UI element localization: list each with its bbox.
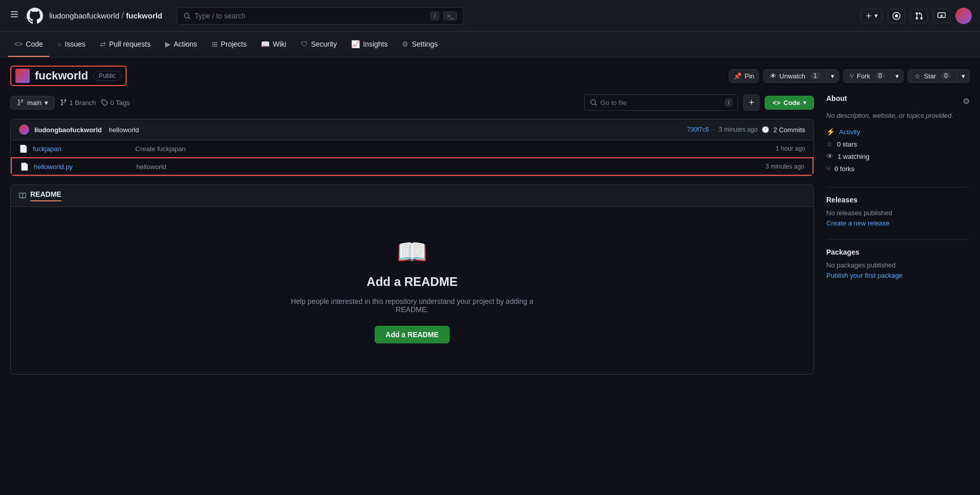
visibility-badge: Public (93, 71, 121, 81)
file-row-helloworld: 📄 helloworld.py helloworld 3 minutes ago (11, 157, 813, 176)
branch-bar: main ▾ 1 Branch 0 Tags t + <> Cod (10, 94, 814, 111)
search-input[interactable] (195, 12, 426, 20)
file-commit-msg-fuckjapan: Create fuckjapan (135, 145, 776, 153)
stars-count: 0 stars (837, 140, 857, 148)
repo-action-buttons: 📌 Pin 👁 Unwatch 1 ▾ ⑂ Fork 0 ▾ ☆ Star (729, 69, 970, 83)
commit-time: 3 minutes ago (719, 126, 757, 133)
repo-title-area: fuckworld Public (10, 66, 127, 86)
add-readme-button[interactable]: Add a README (375, 326, 449, 343)
repo-header: fuckworld Public 📌 Pin 👁 Unwatch 1 ▾ ⑂ F… (0, 57, 980, 94)
readme-book-icon-large: 📖 (397, 238, 427, 266)
forks-count: 0 forks (834, 165, 854, 173)
file-time-helloworld: 3 minutes ago (766, 163, 804, 170)
search-icon (183, 12, 191, 19)
commit-clock-icon: 🕐 (762, 126, 769, 133)
releases-title: Releases (826, 196, 970, 204)
branch-count-label[interactable]: 1 Branch (60, 99, 96, 107)
file-row-fuckjapan: 📄 fuckjapan Create fuckjapan 1 hour ago (11, 140, 813, 157)
svg-point-1 (895, 14, 898, 17)
code-button[interactable]: <> Code ▾ (765, 96, 814, 110)
commit-username[interactable]: liudongbaofuckworld (34, 126, 101, 134)
go-to-file-kbd: t (725, 98, 732, 107)
pin-button-group: 📌 Pin (729, 69, 759, 83)
repo-owner[interactable]: liudongbaofuckworld (49, 11, 119, 20)
about-settings-button[interactable]: ⚙ (963, 96, 970, 106)
main-content: main ▾ 1 Branch 0 Tags t + <> Cod (0, 94, 980, 385)
readme-header: README (11, 185, 813, 207)
tab-actions[interactable]: ▶ Actions (159, 32, 203, 57)
terminal-icon: >_ (443, 11, 457, 20)
about-title: About (826, 94, 847, 102)
tab-code[interactable]: <> Code (8, 32, 49, 57)
watch-dropdown[interactable]: ▾ (827, 70, 839, 82)
create-release-link[interactable]: Create a new release (826, 219, 890, 227)
user-avatar[interactable] (955, 8, 972, 24)
repo-avatar (15, 69, 30, 83)
branch-count-icon (60, 99, 67, 106)
commit-meta: 730f7c6 · 3 minutes ago 🕐 2 Commits (687, 126, 805, 134)
forks-row[interactable]: ⑂ 0 forks (826, 162, 970, 175)
publish-package-link[interactable]: Publish your first package (826, 272, 903, 279)
top-nav-right: ▾ (861, 8, 972, 24)
about-section: About ⚙ No description, website, or topi… (826, 94, 970, 175)
pull-requests-button[interactable] (910, 9, 928, 23)
releases-section: Releases No releases published Create a … (826, 196, 970, 227)
fork-dropdown[interactable]: ▾ (891, 70, 903, 82)
about-header: About ⚙ (826, 94, 970, 108)
repo-title: fuckworld (35, 69, 88, 82)
repo-name-breadcrumb[interactable]: fuckworld (126, 11, 162, 20)
commit-info-row: liudongbaofuckworld helloworld 730f7c6 ·… (11, 119, 813, 140)
fork-button-group: ⑂ Fork 0 ▾ (843, 69, 904, 83)
activity-row[interactable]: ⚡ Activity (826, 126, 970, 138)
commit-dot: · (713, 126, 714, 133)
repo-breadcrumb: liudongbaofuckworld / fuckworld (49, 10, 162, 21)
tag-icon (101, 99, 108, 106)
tab-issues[interactable]: ○ Issues (51, 32, 92, 57)
search-bar[interactable]: / >_ (177, 7, 464, 25)
github-logo[interactable] (27, 8, 43, 24)
star-button-group: ☆ Star 0 ▾ (908, 69, 970, 83)
activity-icon: ⚡ (826, 128, 835, 136)
star-dropdown[interactable]: ▾ (957, 70, 969, 82)
hamburger-button[interactable] (8, 8, 21, 23)
stars-row[interactable]: ☆ 0 stars (826, 138, 970, 150)
screencast-button[interactable] (888, 9, 905, 23)
tab-settings[interactable]: ⚙ Settings (396, 32, 444, 57)
commit-hash[interactable]: 730f7c6 (687, 126, 709, 133)
watching-icon: 👁 (826, 152, 833, 160)
watch-button[interactable]: 👁 Unwatch 1 (764, 70, 827, 82)
watching-row[interactable]: 👁 1 watching (826, 150, 970, 162)
go-to-file-input[interactable] (600, 99, 722, 107)
branch-selector[interactable]: main ▾ (10, 96, 55, 110)
tab-insights[interactable]: 📈 Insights (345, 32, 394, 57)
watch-button-group: 👁 Unwatch 1 ▾ (763, 69, 839, 83)
tag-count-label[interactable]: 0 Tags (101, 99, 130, 107)
no-packages-text: No packages published (826, 261, 970, 269)
search-kbd: / (431, 11, 439, 20)
tab-wiki[interactable]: 📖 Wiki (255, 32, 292, 57)
add-file-button[interactable]: + (743, 94, 760, 111)
repo-tabs: <> Code ○ Issues ⇄ Pull requests ▶ Actio… (0, 32, 980, 57)
filename-helloworld[interactable]: helloworld.py (34, 163, 136, 171)
filename-fuckjapan[interactable]: fuckjapan (33, 145, 135, 153)
fork-button[interactable]: ⑂ Fork 0 (844, 70, 892, 82)
commit-user-avatar (19, 125, 29, 135)
commits-link[interactable]: 2 Commits (773, 126, 805, 134)
inbox-button[interactable] (933, 9, 950, 23)
readme-section: README 📖 Add a README Help people intere… (10, 184, 814, 375)
go-to-file[interactable]: t (584, 94, 738, 111)
search-icon-file (590, 99, 597, 106)
file-table: liudongbaofuckworld helloworld 730f7c6 ·… (10, 119, 814, 176)
readme-title: README (30, 190, 62, 201)
star-button[interactable]: ☆ Star 0 (908, 70, 957, 82)
tab-pull-requests[interactable]: ⇄ Pull requests (94, 32, 157, 57)
no-releases-text: No releases published (826, 209, 970, 217)
branch-icon (17, 99, 24, 106)
activity-link[interactable]: Activity (839, 128, 860, 136)
watching-count: 1 watching (838, 153, 869, 160)
tab-security[interactable]: 🛡 Security (295, 32, 343, 57)
new-button[interactable]: ▾ (861, 9, 883, 23)
left-panel: main ▾ 1 Branch 0 Tags t + <> Cod (10, 94, 814, 375)
pin-button[interactable]: 📌 Pin (729, 70, 759, 82)
tab-projects[interactable]: ⊞ Projects (206, 32, 253, 57)
